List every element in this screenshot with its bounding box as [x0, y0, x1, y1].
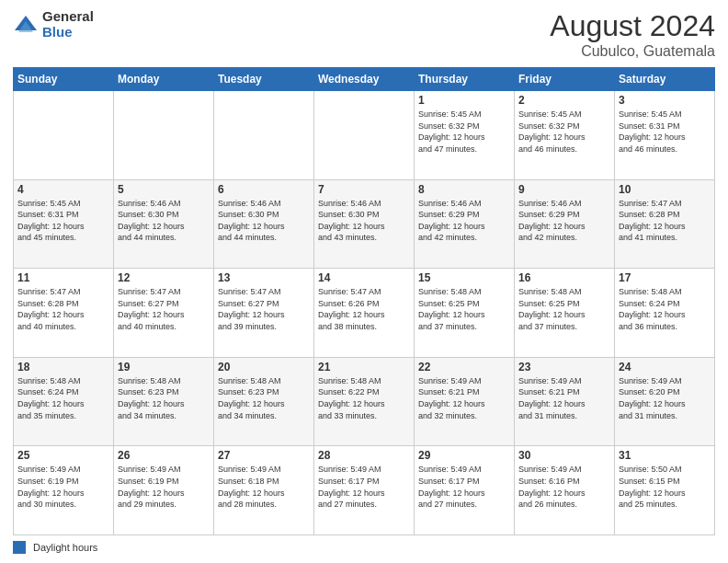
legend-label: Daylight hours	[33, 542, 97, 553]
day-info: Sunrise: 5:47 AM Sunset: 6:28 PM Dayligh…	[619, 198, 711, 244]
legend-color-box	[13, 541, 26, 554]
day-cell: 7Sunrise: 5:46 AM Sunset: 6:30 PM Daylig…	[314, 179, 415, 269]
logo-blue-text: Blue	[42, 25, 94, 40]
day-cell	[114, 91, 214, 180]
page: General Blue August 2024 Cubulco, Guatem…	[0, 0, 728, 563]
day-number: 27	[218, 449, 310, 462]
day-number: 16	[518, 271, 610, 284]
day-info: Sunrise: 5:48 AM Sunset: 6:24 PM Dayligh…	[17, 375, 109, 421]
day-number: 19	[118, 361, 210, 373]
day-number: 2	[518, 94, 610, 107]
day-cell	[314, 91, 415, 180]
calendar-table: Sunday Monday Tuesday Wednesday Thursday…	[13, 67, 715, 535]
day-cell: 20Sunrise: 5:48 AM Sunset: 6:23 PM Dayli…	[214, 357, 314, 446]
title-block: August 2024 Cubulco, Guatemala	[550, 9, 715, 60]
logo-general-text: General	[42, 9, 94, 25]
day-cell: 2Sunrise: 5:45 AM Sunset: 6:32 PM Daylig…	[515, 91, 615, 180]
day-cell: 30Sunrise: 5:49 AM Sunset: 6:16 PM Dayli…	[515, 446, 615, 535]
day-number: 20	[218, 361, 310, 373]
week-row-4: 25Sunrise: 5:49 AM Sunset: 6:19 PM Dayli…	[14, 446, 715, 535]
day-number: 31	[619, 449, 711, 462]
logo: General Blue	[13, 9, 94, 40]
day-info: Sunrise: 5:48 AM Sunset: 6:25 PM Dayligh…	[518, 286, 610, 332]
day-info: Sunrise: 5:49 AM Sunset: 6:17 PM Dayligh…	[418, 464, 510, 510]
week-row-3: 18Sunrise: 5:48 AM Sunset: 6:24 PM Dayli…	[14, 357, 715, 446]
day-info: Sunrise: 5:50 AM Sunset: 6:15 PM Dayligh…	[619, 464, 711, 510]
header-thursday: Thursday	[415, 68, 515, 91]
footer: Daylight hours	[13, 541, 715, 554]
day-cell: 1Sunrise: 5:45 AM Sunset: 6:32 PM Daylig…	[415, 91, 515, 180]
header-sunday: Sunday	[14, 68, 114, 91]
day-cell: 14Sunrise: 5:47 AM Sunset: 6:26 PM Dayli…	[314, 269, 415, 358]
day-info: Sunrise: 5:46 AM Sunset: 6:30 PM Dayligh…	[118, 198, 210, 244]
day-cell: 26Sunrise: 5:49 AM Sunset: 6:19 PM Dayli…	[114, 446, 214, 535]
day-cell: 25Sunrise: 5:49 AM Sunset: 6:19 PM Dayli…	[14, 446, 114, 535]
day-info: Sunrise: 5:49 AM Sunset: 6:21 PM Dayligh…	[518, 375, 610, 421]
day-cell: 6Sunrise: 5:46 AM Sunset: 6:30 PM Daylig…	[214, 179, 314, 269]
day-cell: 29Sunrise: 5:49 AM Sunset: 6:17 PM Dayli…	[415, 446, 515, 535]
day-cell: 21Sunrise: 5:48 AM Sunset: 6:22 PM Dayli…	[314, 357, 415, 446]
day-info: Sunrise: 5:48 AM Sunset: 6:23 PM Dayligh…	[118, 375, 210, 421]
day-cell: 18Sunrise: 5:48 AM Sunset: 6:24 PM Dayli…	[14, 357, 114, 446]
day-info: Sunrise: 5:47 AM Sunset: 6:27 PM Dayligh…	[118, 286, 210, 332]
day-number: 14	[318, 271, 410, 284]
day-info: Sunrise: 5:49 AM Sunset: 6:21 PM Dayligh…	[418, 375, 510, 421]
header-wednesday: Wednesday	[314, 68, 415, 91]
day-number: 11	[17, 271, 109, 284]
day-info: Sunrise: 5:49 AM Sunset: 6:20 PM Dayligh…	[619, 375, 711, 421]
day-info: Sunrise: 5:46 AM Sunset: 6:30 PM Dayligh…	[218, 198, 310, 244]
day-number: 6	[218, 183, 310, 196]
day-info: Sunrise: 5:49 AM Sunset: 6:17 PM Dayligh…	[318, 464, 410, 510]
day-number: 17	[619, 271, 711, 284]
day-info: Sunrise: 5:47 AM Sunset: 6:28 PM Dayligh…	[17, 286, 109, 332]
day-cell: 10Sunrise: 5:47 AM Sunset: 6:28 PM Dayli…	[615, 179, 715, 269]
day-cell: 12Sunrise: 5:47 AM Sunset: 6:27 PM Dayli…	[114, 269, 214, 358]
day-number: 13	[218, 271, 310, 284]
day-number: 23	[518, 361, 610, 373]
day-cell: 16Sunrise: 5:48 AM Sunset: 6:25 PM Dayli…	[515, 269, 615, 358]
day-info: Sunrise: 5:46 AM Sunset: 6:30 PM Dayligh…	[318, 198, 410, 244]
day-number: 7	[318, 183, 410, 196]
day-cell: 15Sunrise: 5:48 AM Sunset: 6:25 PM Dayli…	[415, 269, 515, 358]
day-number: 21	[318, 361, 410, 373]
logo-text: General Blue	[42, 9, 94, 40]
day-cell: 11Sunrise: 5:47 AM Sunset: 6:28 PM Dayli…	[14, 269, 114, 358]
day-cell: 31Sunrise: 5:50 AM Sunset: 6:15 PM Dayli…	[615, 446, 715, 535]
day-cell: 24Sunrise: 5:49 AM Sunset: 6:20 PM Dayli…	[615, 357, 715, 446]
day-info: Sunrise: 5:49 AM Sunset: 6:18 PM Dayligh…	[218, 464, 310, 510]
day-info: Sunrise: 5:45 AM Sunset: 6:31 PM Dayligh…	[619, 109, 711, 155]
day-info: Sunrise: 5:45 AM Sunset: 6:32 PM Dayligh…	[518, 109, 610, 155]
weekday-header-row: Sunday Monday Tuesday Wednesday Thursday…	[14, 68, 715, 91]
day-number: 22	[418, 361, 510, 373]
day-number: 8	[418, 183, 510, 196]
day-cell: 13Sunrise: 5:47 AM Sunset: 6:27 PM Dayli…	[214, 269, 314, 358]
header-saturday: Saturday	[615, 68, 715, 91]
header-monday: Monday	[114, 68, 214, 91]
day-cell	[14, 91, 114, 180]
week-row-0: 1Sunrise: 5:45 AM Sunset: 6:32 PM Daylig…	[14, 91, 715, 180]
day-cell: 8Sunrise: 5:46 AM Sunset: 6:29 PM Daylig…	[415, 179, 515, 269]
day-number: 12	[118, 271, 210, 284]
day-cell: 19Sunrise: 5:48 AM Sunset: 6:23 PM Dayli…	[114, 357, 214, 446]
header: General Blue August 2024 Cubulco, Guatem…	[13, 9, 715, 60]
day-number: 18	[17, 361, 109, 373]
day-cell: 9Sunrise: 5:46 AM Sunset: 6:29 PM Daylig…	[515, 179, 615, 269]
day-cell: 27Sunrise: 5:49 AM Sunset: 6:18 PM Dayli…	[214, 446, 314, 535]
day-cell: 28Sunrise: 5:49 AM Sunset: 6:17 PM Dayli…	[314, 446, 415, 535]
header-tuesday: Tuesday	[214, 68, 314, 91]
day-info: Sunrise: 5:49 AM Sunset: 6:16 PM Dayligh…	[518, 464, 610, 510]
day-number: 9	[518, 183, 610, 196]
day-info: Sunrise: 5:47 AM Sunset: 6:27 PM Dayligh…	[218, 286, 310, 332]
calendar: Sunday Monday Tuesday Wednesday Thursday…	[13, 67, 715, 535]
day-info: Sunrise: 5:47 AM Sunset: 6:26 PM Dayligh…	[318, 286, 410, 332]
title-location: Cubulco, Guatemala	[550, 43, 715, 60]
day-number: 3	[619, 94, 711, 107]
day-number: 4	[17, 183, 109, 196]
week-row-1: 4Sunrise: 5:45 AM Sunset: 6:31 PM Daylig…	[14, 179, 715, 269]
day-cell: 5Sunrise: 5:46 AM Sunset: 6:30 PM Daylig…	[114, 179, 214, 269]
day-number: 26	[118, 449, 210, 462]
day-info: Sunrise: 5:45 AM Sunset: 6:31 PM Dayligh…	[17, 198, 109, 244]
day-info: Sunrise: 5:46 AM Sunset: 6:29 PM Dayligh…	[518, 198, 610, 244]
day-info: Sunrise: 5:45 AM Sunset: 6:32 PM Dayligh…	[418, 109, 510, 155]
day-number: 1	[418, 94, 510, 107]
